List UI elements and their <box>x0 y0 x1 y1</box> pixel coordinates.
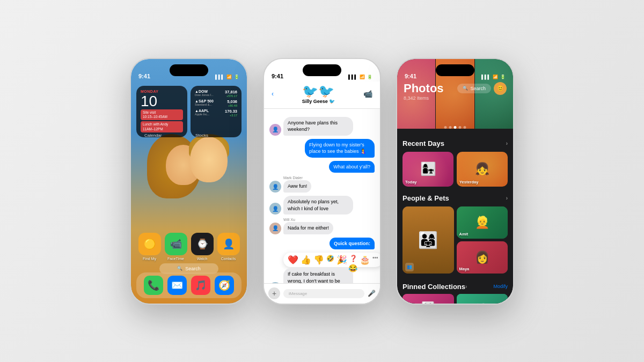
reaction-cake[interactable]: 🎂 <box>360 255 370 265</box>
yesterday-label: Yesterday <box>459 180 478 184</box>
dock: 📞 ✉️ 🎵 🧭 <box>136 272 241 298</box>
battery-icon: 🔋 <box>234 75 239 79</box>
facetime-icon: 📹 <box>170 238 182 250</box>
attach-button[interactable]: + <box>268 287 280 299</box>
photos-user-avatar[interactable]: 😊 <box>494 82 507 95</box>
dynamic-island-2 <box>303 64 341 76</box>
people-group-badge: 👥 <box>405 263 414 271</box>
dot-3-active <box>454 126 457 129</box>
stock-item-aapl: ▲AAPL Apple Inc... 170.33 +3.17 <box>195 109 237 117</box>
msg-bubble-3: Aww fun! <box>283 180 311 193</box>
phone-home-screen: 9:41 ▌▌▌ 📶 🔋 MONDAY 10 Site visit 10:15–… <box>130 58 248 305</box>
recent-photo-yesterday[interactable]: 👧 Yesterday <box>457 152 508 187</box>
phone-messages: 9:41 ▌▌▌ 📶 🔋 ‹ 🐦🐦 Silly Geese 🐦 📹 <box>263 58 381 305</box>
reaction-heart[interactable]: ❤️ <box>288 255 298 265</box>
people-pets-arrow: › <box>506 195 508 201</box>
app-watch[interactable]: ⌚ Watch <box>191 233 214 261</box>
video-call-button[interactable]: 📹 <box>363 90 372 98</box>
reaction-laugh[interactable]: 🤣 <box>326 255 334 265</box>
status-icons-3: ▌▌▌ 📶 🔋 <box>481 75 506 79</box>
message-input[interactable]: iMessage <box>283 289 364 298</box>
msg-row-5: 👤 Nada for me either! <box>269 222 375 234</box>
reaction-thumbsup[interactable]: 👍 <box>301 255 311 265</box>
reaction-thumbsdown[interactable]: 👎 <box>313 255 324 265</box>
photos-page-dots <box>444 126 466 129</box>
group-info[interactable]: 🐦🐦 Silly Geese 🐦 <box>302 84 335 104</box>
people-photo-large[interactable]: 👨‍👩‍👧 👥 <box>402 206 454 274</box>
stock-item-dow: ▲DOW Dow Jones I... 37,816 +570.17 <box>195 90 237 98</box>
app-icons-row: 🟡 Find My 📹 FaceTime ⌚ Watch <box>136 233 241 261</box>
msg-bubble-6: If cake for breakfast is wrong, I don't … <box>283 268 353 283</box>
recent-photo-today[interactable]: 👩‍👧 Today <box>402 152 453 187</box>
pinned-modify-button[interactable]: Modify <box>493 284 508 289</box>
stocks-label: Stocks <box>195 133 208 138</box>
msg-row-out-1: Flying down to my sister's place to see … <box>269 139 375 158</box>
today-label: Today <box>405 180 417 184</box>
msg-row-out-3: Quick question: <box>269 238 375 250</box>
recent-days-arrow: › <box>506 141 508 146</box>
msg-bubble-1: Anyone have plans this weekend? <box>283 117 353 136</box>
photos-search-button[interactable]: 🔍 Search <box>457 84 491 93</box>
stocks-widget[interactable]: ▲DOW Dow Jones I... 37,816 +570.17 <box>191 86 241 138</box>
msg-bubble-out-1: Flying down to my sister's place to see … <box>305 139 375 158</box>
emoji-reactions-bar: ❤️ 👍 👎 🤣 🎉 ❓ 🎂 ••• <box>283 253 375 267</box>
search-label: Search <box>185 266 201 271</box>
sender-mark: Mark Dialer <box>283 176 375 180</box>
photos-content[interactable]: Recent Days › 👩‍👧 Today 👧 Yesterday <box>397 134 513 304</box>
reaction-party[interactable]: 🎉 <box>336 255 347 265</box>
app-find-my[interactable]: 🟡 Find My <box>138 233 161 261</box>
contacts-icon: 👤 <box>223 238 235 250</box>
dot-5 <box>464 126 466 129</box>
dock-mail[interactable]: ✉️ <box>167 276 187 295</box>
recent-days-title[interactable]: Recent Days › <box>402 139 508 147</box>
status-time: 9:41 <box>138 73 150 79</box>
sender-will: Will Xu <box>283 218 375 221</box>
msg-bubble-quick-q: Quick question: <box>330 238 375 250</box>
app-watch-label: Watch <box>197 257 208 261</box>
app-contacts[interactable]: 👤 Contacts <box>217 233 240 261</box>
app-facetime[interactable]: 📹 FaceTime <box>165 233 187 261</box>
photos-count: 8,342 Items <box>404 95 429 101</box>
pinned-title[interactable]: Pinned Collections › <box>402 283 467 291</box>
search-icon-3: 🔍 <box>463 86 468 91</box>
dock-compass[interactable]: 🧭 <box>215 276 234 295</box>
people-photo-amit[interactable]: 👱 Amit <box>457 206 508 239</box>
phones-container: 9:41 ▌▌▌ 📶 🔋 MONDAY 10 Site visit 10:15–… <box>0 0 644 362</box>
calendar-date: 10 <box>141 94 183 109</box>
microphone-icon[interactable]: 🎤 <box>368 290 376 297</box>
msg-row-3: 👤 Aww fun! <box>269 180 375 193</box>
status-time-2: 9:41 <box>272 73 283 79</box>
msg-avatar-1: 👤 <box>269 124 281 136</box>
photos-search-label: Search <box>470 86 486 91</box>
watch-icon: ⌚ <box>196 238 208 250</box>
dot-4 <box>459 126 462 129</box>
people-photo-maya[interactable]: 👩 Maya <box>457 241 508 274</box>
amit-label: Amit <box>459 232 469 237</box>
dynamic-island <box>170 64 208 76</box>
signal-icon: ▌▌▌ <box>215 75 224 79</box>
battery-icon-3: 🔋 <box>500 75 506 79</box>
stock-item-sp500: ▲S&P 500 Standard &... 5,036 +80.48 <box>195 99 237 107</box>
calendar-event-1: Site visit 10:15–10:45AM <box>141 109 183 121</box>
status-icons-2: ▌▌▌ 📶 🔋 <box>348 75 372 79</box>
dock-music[interactable]: 🎵 <box>191 276 210 295</box>
calendar-label: Calendar <box>144 133 162 138</box>
pinned-photo-1[interactable]: 👨‍👩‍👧‍👦 <box>402 294 454 304</box>
pinned-section: Pinned Collections › Modify 👨‍👩‍👧‍👦 🗺️ M… <box>402 283 508 304</box>
back-button[interactable]: ‹ <box>272 90 274 98</box>
reaction-more[interactable]: ••• <box>372 255 378 265</box>
msg-bubble-4: Absolutely no plans yet, which I kind of… <box>283 196 353 215</box>
msg-bubble-5: Nada for me either! <box>283 222 333 234</box>
msg-avatar-4: 👤 <box>269 203 281 215</box>
dot-1 <box>444 126 447 129</box>
app-find-my-label: Find My <box>143 257 156 261</box>
calendar-widget[interactable]: MONDAY 10 Site visit 10:15–10:45AM Lunch… <box>136 86 187 138</box>
messages-scroll[interactable]: 👤 Anyone have plans this weekend? Flying… <box>264 113 380 283</box>
people-pets-title[interactable]: People & Pets › <box>402 194 508 202</box>
calendar-event-2: Lunch with Andy 11AM–12PM <box>141 121 183 132</box>
maya-label: Maya <box>459 267 470 271</box>
dock-phone[interactable]: 📞 <box>144 276 163 295</box>
pinned-photo-2[interactable]: 🗺️ MeerutGhaz... <box>457 294 508 304</box>
pinned-header: Pinned Collections › Modify <box>402 283 508 291</box>
msg-row-out-2: What about y'all? <box>269 161 375 173</box>
